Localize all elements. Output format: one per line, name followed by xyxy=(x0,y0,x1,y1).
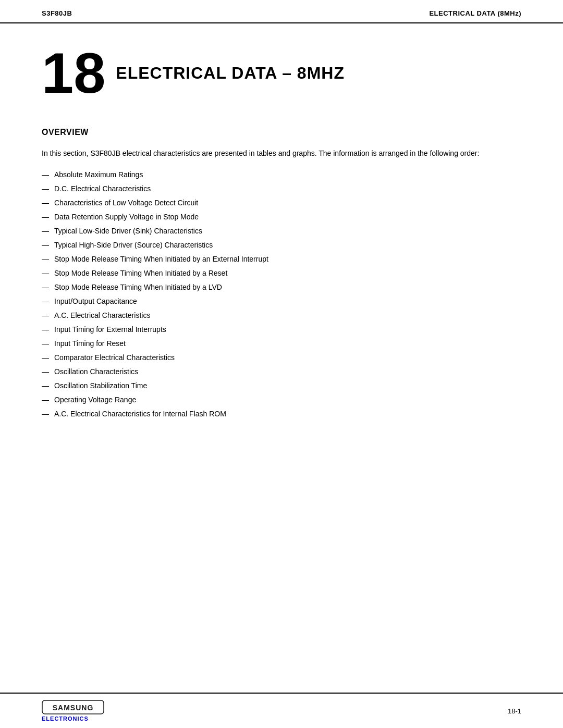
list-item-text: A.C. Electrical Characteristics xyxy=(54,310,150,321)
list-item-text: Typical High-Side Driver (Source) Charac… xyxy=(54,240,213,251)
list-dash: — xyxy=(42,394,49,405)
list-item-text: Stop Mode Release Timing When Initiated … xyxy=(54,282,222,293)
list-item: —A.C. Electrical Characteristics xyxy=(42,310,521,321)
list-item-text: Input Timing for Reset xyxy=(54,338,126,349)
list-dash: — xyxy=(42,169,49,180)
list-item-text: Typical Low-Side Driver (Sink) Character… xyxy=(54,226,202,237)
footer-page-number: 18-1 xyxy=(508,707,521,715)
list-item-text: Absolute Maximum Ratings xyxy=(54,169,143,180)
list-item: —Oscillation Characteristics xyxy=(42,366,521,377)
list-item: —Typical High-Side Driver (Source) Chara… xyxy=(42,240,521,251)
list-dash: — xyxy=(42,240,49,251)
list-item: —Oscillation Stabilization Time xyxy=(42,380,521,391)
overview-list: —Absolute Maximum Ratings—D.C. Electrica… xyxy=(42,169,521,419)
footer-electronics-label: ELECTRONICS xyxy=(42,715,89,722)
list-item: —Data Retention Supply Voltage in Stop M… xyxy=(42,212,521,223)
list-item: —Comparator Electrical Characteristics xyxy=(42,352,521,363)
list-dash: — xyxy=(42,296,49,307)
list-dash: — xyxy=(42,282,49,293)
list-item: —Stop Mode Release Timing When Initiated… xyxy=(42,282,521,293)
list-dash: — xyxy=(42,352,49,363)
list-dash: — xyxy=(42,226,49,237)
list-item-text: Input Timing for External Interrupts xyxy=(54,324,166,335)
list-item: —D.C. Electrical Characteristics xyxy=(42,183,521,194)
list-item: —Characteristics of Low Voltage Detect C… xyxy=(42,198,521,208)
list-dash: — xyxy=(42,324,49,335)
samsung-logo-container: SAMSUNG ELECTRONICS xyxy=(42,700,104,722)
list-dash: — xyxy=(42,409,49,419)
list-item: —Input Timing for External Interrupts xyxy=(42,324,521,335)
page-header: S3F80JB ELECTRICAL DATA (8MHz) xyxy=(0,0,563,23)
svg-text:SAMSUNG: SAMSUNG xyxy=(53,704,94,712)
list-item: —Operating Voltage Range xyxy=(42,394,521,405)
list-item-text: Oscillation Stabilization Time xyxy=(54,380,147,391)
list-item: —Absolute Maximum Ratings xyxy=(42,169,521,180)
header-right-label: ELECTRICAL DATA (8MHz) xyxy=(429,9,521,17)
list-item-text: Comparator Electrical Characteristics xyxy=(54,352,175,363)
list-item-text: Stop Mode Release Timing When Initiated … xyxy=(54,268,227,279)
overview-heading: OVERVIEW xyxy=(42,128,521,137)
list-dash: — xyxy=(42,380,49,391)
list-dash: — xyxy=(42,212,49,223)
list-dash: — xyxy=(42,310,49,321)
list-item-text: Input/Output Capacitance xyxy=(54,296,137,307)
chapter-heading: 18 ELECTRICAL DATA – 8MHZ xyxy=(42,44,521,102)
list-item-text: Characteristics of Low Voltage Detect Ci… xyxy=(54,198,198,208)
chapter-title: ELECTRICAL DATA – 8MHZ xyxy=(116,64,345,83)
header-left-label: S3F80JB xyxy=(42,9,72,17)
list-dash: — xyxy=(42,183,49,194)
list-item: —Input Timing for Reset xyxy=(42,338,521,349)
list-dash: — xyxy=(42,268,49,279)
list-item: —Input/Output Capacitance xyxy=(42,296,521,307)
page-footer: SAMSUNG ELECTRONICS 18-1 xyxy=(0,693,563,728)
samsung-logo-icon: SAMSUNG xyxy=(42,700,104,714)
list-dash: — xyxy=(42,366,49,377)
list-item: —Stop Mode Release Timing When Initiated… xyxy=(42,268,521,279)
list-item-text: Operating Voltage Range xyxy=(54,394,136,405)
list-item-text: D.C. Electrical Characteristics xyxy=(54,183,151,194)
list-dash: — xyxy=(42,254,49,265)
list-item: —Stop Mode Release Timing When Initiated… xyxy=(42,254,521,265)
list-item-text: Data Retention Supply Voltage in Stop Mo… xyxy=(54,212,199,223)
overview-intro: In this section, S3F80JB electrical char… xyxy=(42,147,521,159)
overview-section: OVERVIEW In this section, S3F80JB electr… xyxy=(42,128,521,419)
list-item: —A.C. Electrical Characteristics for Int… xyxy=(42,409,521,419)
list-item: —Typical Low-Side Driver (Sink) Characte… xyxy=(42,226,521,237)
list-dash: — xyxy=(42,198,49,208)
list-item-text: A.C. Electrical Characteristics for Inte… xyxy=(54,409,226,419)
list-item-text: Oscillation Characteristics xyxy=(54,366,138,377)
page: S3F80JB ELECTRICAL DATA (8MHz) 18 ELECTR… xyxy=(0,0,563,728)
list-item-text: Stop Mode Release Timing When Initiated … xyxy=(54,254,268,265)
list-dash: — xyxy=(42,338,49,349)
chapter-number: 18 xyxy=(42,44,105,102)
main-content: 18 ELECTRICAL DATA – 8MHZ OVERVIEW In th… xyxy=(0,23,563,693)
